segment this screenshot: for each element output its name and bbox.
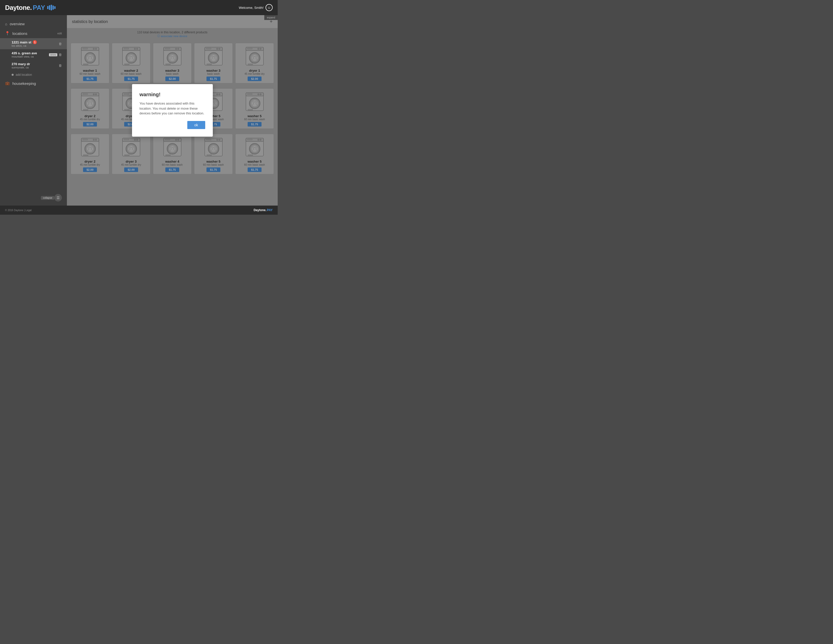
sidebar-bottom: collapse ☰: [0, 190, 67, 206]
main-layout: ⌂ overview 📍 locations edit 1221 main st…: [0, 15, 278, 206]
trash-icon[interactable]: 🗑: [59, 53, 62, 56]
bar-5: [54, 6, 56, 9]
welcome-text: Welcome, Smith!: [239, 6, 264, 10]
location-name: 1221 main st 1: [11, 40, 37, 44]
delete-badge: delete: [49, 53, 57, 56]
modal-footer: ok: [140, 121, 205, 129]
user-icon[interactable]: ☺: [265, 4, 273, 11]
overview-label: overview: [10, 22, 24, 26]
location-info: 435 s. green ave mountain view, ca: [11, 51, 37, 58]
location-sub: mountain view, ca: [11, 55, 37, 58]
location-name: 270 mary dr: [11, 62, 30, 66]
footer-pay-text: PAY: [267, 208, 273, 212]
sidebar-item-housekeeping[interactable]: 💼 housekeeping: [0, 79, 67, 88]
trash-icon[interactable]: 🗑: [59, 64, 62, 68]
modal-ok-button[interactable]: ok: [187, 121, 205, 129]
location-info: 270 mary dr sunnyvale, ca: [11, 62, 30, 69]
locations-edit-button[interactable]: edit: [57, 32, 62, 35]
add-location-button[interactable]: add location: [0, 71, 67, 79]
locations-label: locations: [12, 31, 27, 35]
home-icon: ⌂: [5, 22, 7, 26]
location-name: 435 s. green ave: [11, 51, 37, 55]
sidebar-item-overview[interactable]: ⌂ overview: [0, 19, 67, 29]
logo-daytone-text: Daytone.: [5, 4, 32, 11]
location-item-435-green[interactable]: delete 435 s. green ave mountain view, c…: [0, 49, 67, 60]
footer: © 2016 Daytone | Legal Daytone. PAY: [0, 206, 278, 215]
bar-2: [49, 5, 50, 10]
modal-overlay: warning! You have devices associated wit…: [67, 15, 278, 206]
modal-title: warning!: [140, 92, 205, 98]
location-item-1221-main[interactable]: 1221 main st 1 los altos, ca 🗑: [0, 38, 67, 49]
collapse-label: collapse: [41, 196, 54, 200]
logo-pay-text: PAY: [33, 4, 45, 11]
footer-logo: Daytone. PAY: [254, 208, 273, 212]
menu-button[interactable]: ☰: [54, 194, 62, 201]
sidebar: ⌂ overview 📍 locations edit 1221 main st…: [0, 15, 67, 206]
logo: Daytone. PAY: [5, 4, 56, 11]
add-dot-icon: [11, 74, 14, 76]
content-area: expand statistics by location + 110 tota…: [67, 15, 278, 206]
housekeeping-label: housekeeping: [12, 81, 36, 85]
warning-modal: warning! You have devices associated wit…: [132, 84, 213, 137]
logo-bars: [47, 5, 56, 10]
location-info: 1221 main st 1 los altos, ca: [11, 40, 37, 47]
briefcase-icon: 💼: [5, 81, 10, 85]
pin-icon: 📍: [5, 31, 10, 35]
bar-4: [53, 6, 54, 10]
locations-title: 📍 locations: [5, 31, 27, 35]
location-item-270-mary[interactable]: 270 mary dr sunnyvale, ca 🗑: [0, 60, 67, 71]
sidebar-nav: ⌂ overview 📍 locations edit 1221 main st…: [0, 15, 67, 190]
bar-1: [47, 6, 48, 9]
trash-icon[interactable]: 🗑: [59, 42, 62, 46]
bar-3: [51, 5, 52, 10]
location-badge: 1: [33, 40, 37, 44]
header-user: Welcome, Smith! ☺: [239, 4, 273, 11]
header: Daytone. PAY Welcome, Smith! ☺: [0, 0, 278, 15]
modal-body: You have devices associated with this lo…: [140, 101, 205, 116]
footer-copyright: © 2016 Daytone | Legal: [5, 209, 32, 212]
location-sub: los altos, ca: [11, 44, 37, 47]
location-sub: sunnyvale, ca: [11, 66, 30, 69]
footer-daytone-text: Daytone.: [254, 208, 267, 212]
locations-section-header: 📍 locations edit: [0, 29, 67, 38]
add-location-label: add location: [16, 73, 32, 77]
